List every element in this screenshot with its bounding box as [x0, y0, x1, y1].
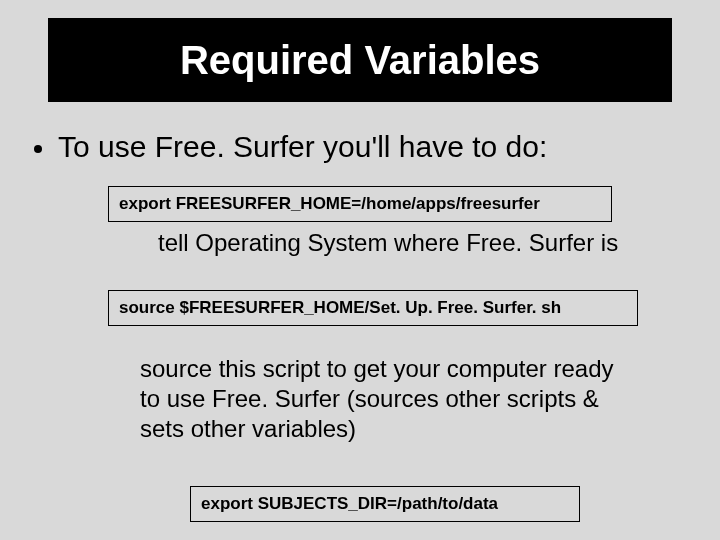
- code-line: source $FREESURFER_HOME/Set. Up. Free. S…: [119, 297, 561, 319]
- code-line: export FREESURFER_HOME=/home/apps/freesu…: [119, 193, 540, 215]
- slide-title-band: Required Variables: [48, 18, 672, 102]
- desc-os-location: tell Operating System where Free. Surfer…: [158, 228, 638, 258]
- slide-title: Required Variables: [180, 38, 540, 83]
- slide: Required Variables To use Free. Surfer y…: [0, 0, 720, 540]
- bullet-text: To use Free. Surfer you'll have to do:: [58, 130, 547, 164]
- code-export-home: export FREESURFER_HOME=/home/apps/freesu…: [108, 186, 612, 222]
- bullet-dot-icon: [34, 145, 42, 153]
- desc-source-script: source this script to get your computer …: [140, 354, 630, 444]
- code-line: export SUBJECTS_DIR=/path/to/data: [201, 493, 498, 515]
- main-bullet: To use Free. Surfer you'll have to do:: [34, 130, 684, 164]
- code-export-subjects: export SUBJECTS_DIR=/path/to/data: [190, 486, 580, 522]
- code-source-setup: source $FREESURFER_HOME/Set. Up. Free. S…: [108, 290, 638, 326]
